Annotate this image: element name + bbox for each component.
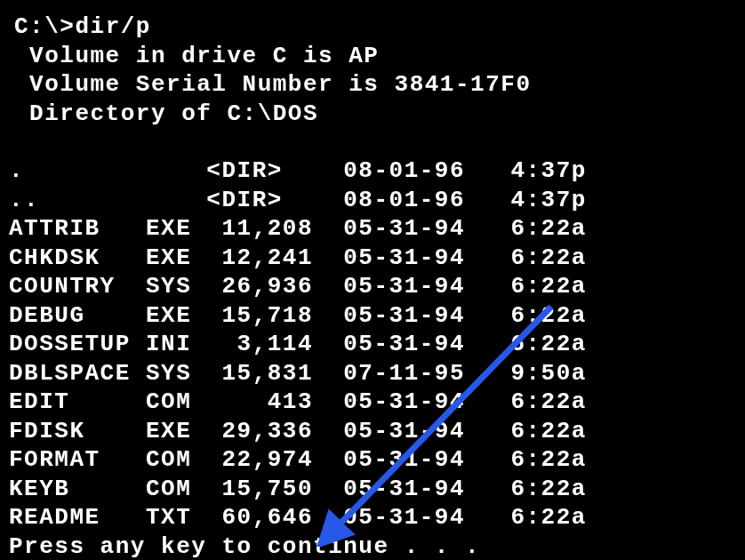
table-row: FORMAT COM 22,974 05-31-94 6:22a [9,445,745,475]
table-row: CHKDSK EXE 12,241 05-31-94 6:22a [9,244,745,273]
directory-path: Directory of C:\DOS [9,100,745,129]
table-row: COUNTRY SYS 26,936 05-31-94 6:22a [9,272,745,301]
blank-line [9,128,745,156]
table-row: . <DIR> 08-01-96 4:37p [9,156,745,186]
volume-label: Volume in drive C is AP [9,42,745,71]
press-any-key[interactable]: Press any key to continue . . . [9,532,745,561]
table-row: DOSSETUP INI 3,114 05-31-94 6:22a [9,330,745,359]
continue-text: Press any key to continue . . . [9,532,480,561]
volume-serial: Volume Serial Number is 3841-17F0 [9,70,745,100]
table-row: README TXT 60,646 05-31-94 6:22a [9,503,745,532]
command-prompt[interactable]: C:\>dir/p [9,12,745,42]
table-row: .. <DIR> 08-01-96 4:37p [9,186,745,215]
table-row: DEBUG EXE 15,718 05-31-94 6:22a [9,301,745,331]
table-row: EDIT COM 413 05-31-94 6:22a [9,388,745,417]
table-row: FDISK EXE 29,336 05-31-94 6:22a [9,417,745,446]
table-row: KEYB COM 15,750 05-31-94 6:22a [9,475,745,504]
table-row: DBLSPACE SYS 15,831 07-11-95 9:50a [9,359,745,388]
directory-listing: . <DIR> 08-01-96 4:37p.. <DIR> 08-01-96 … [9,156,745,532]
prompt: C:\> [14,13,75,40]
command: dir/p [75,13,151,40]
table-row: ATTRIB EXE 11,208 05-31-94 6:22a [9,214,745,244]
